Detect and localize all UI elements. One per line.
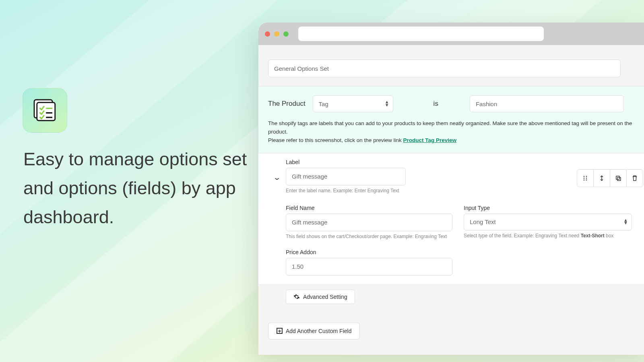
select-arrows-icon: ▲▼ [623,219,627,225]
chevron-down-icon: ⌄ [273,173,281,181]
tag-description: The shopify tags are labels that you can… [268,119,643,145]
window-titlebar [258,23,644,45]
svg-point-7 [584,177,585,179]
product-tag-input[interactable]: Fashion [470,95,624,112]
tagline-text: Easy to manage options set and options (… [23,145,249,232]
product-tag-preview-link[interactable]: Product Tag Preview [403,137,456,143]
move-button[interactable] [593,169,610,187]
add-custom-field-button[interactable]: + Add Another Custom Field [268,323,360,339]
url-bar[interactable] [298,27,544,41]
price-addon-label: Price Addon [286,249,435,255]
collapse-toggle[interactable]: ⌄ [268,169,286,186]
drag-grid-icon [582,175,589,182]
gear-icon [293,294,300,300]
svg-point-8 [586,177,587,179]
svg-point-9 [584,179,585,181]
svg-point-5 [584,176,585,177]
plus-icon: + [277,328,283,334]
move-vertical-icon [598,175,605,182]
add-custom-field-label: Add Another Custom Field [286,328,351,334]
field-toolbar [577,169,643,187]
product-scope-value: Tag [319,101,328,107]
window-maximize-icon[interactable] [283,31,289,37]
is-label: is [433,100,438,108]
trash-icon [631,175,638,182]
delete-button[interactable] [626,169,643,187]
checklist-stack-icon [31,96,60,125]
duplicate-button[interactable] [610,169,627,187]
field-name-label: Field Name [286,205,452,211]
app-window: General Options Set The Product Tag ▲▼ i… [258,23,644,355]
advanced-setting-button[interactable]: Advanced Setting [286,290,355,304]
drag-handle[interactable] [577,169,594,187]
svg-rect-12 [617,177,621,181]
field-editor: ⌄ Label Gift message Enter the label nam… [258,153,644,284]
svg-point-6 [586,176,587,177]
field-name-hint: This field shows on the cart/Checkout/or… [286,234,452,239]
input-type-hint: Select type of the field. Example: Engra… [464,233,632,239]
the-product-label: The Product [268,100,305,108]
label-input[interactable]: Gift message [286,168,406,185]
window-close-icon[interactable] [265,31,270,37]
svg-rect-11 [616,176,619,179]
price-addon-input[interactable]: 1.50 [286,258,452,276]
input-type-select[interactable]: Long Text ▲▼ [464,214,632,230]
label-hint: Enter the label name. Example: Enter Eng… [286,188,406,193]
label-field-label: Label [286,159,406,165]
app-icon [23,88,67,133]
svg-point-10 [586,179,587,181]
copy-icon [615,175,622,182]
select-arrows-icon: ▲▼ [385,101,389,107]
product-scope-select[interactable]: Tag ▲▼ [313,95,393,112]
field-name-input[interactable]: Gift message [286,214,452,231]
advanced-setting-label: Advanced Setting [303,294,347,300]
input-type-value: Long Text [470,218,496,225]
input-type-label: Input Type [464,205,632,211]
condition-panel: The Product Tag ▲▼ is Fashion The shopif… [258,86,644,153]
options-set-name-input[interactable]: General Options Set [268,60,621,77]
window-minimize-icon[interactable] [274,31,279,37]
